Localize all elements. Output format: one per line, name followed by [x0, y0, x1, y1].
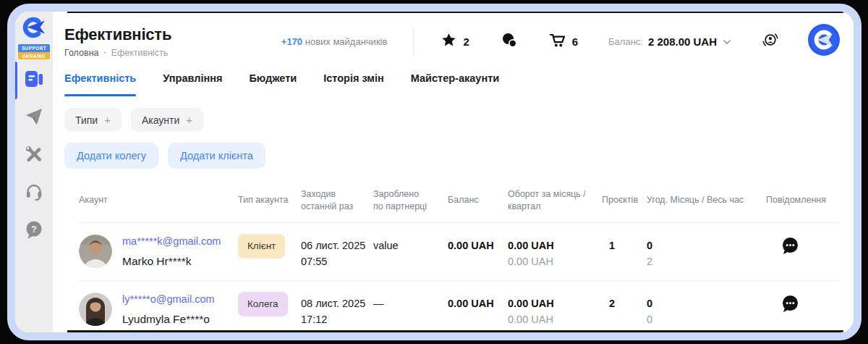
cart-count: 6: [572, 35, 578, 48]
balance-value: 2 208.00 UAH: [648, 35, 717, 48]
partner-earned-cell: value: [373, 234, 448, 254]
account-type-badge: Колега: [238, 292, 288, 316]
add-client-button[interactable]: Додати клієнта: [168, 143, 265, 169]
account-cell: ly*****o@gmail.com Lyudmyla Fe****o: [79, 292, 238, 327]
column-header-deals: Угод. Місяць / Весь час: [647, 194, 766, 206]
plus-icon: +: [186, 114, 192, 126]
table-row[interactable]: ly*****o@gmail.com Lyudmyla Fe****o Коле…: [79, 280, 839, 338]
tab-management[interactable]: Управління: [163, 72, 222, 91]
help-bubble-icon: ?: [25, 220, 43, 242]
balance-label: Баланс:: [608, 36, 643, 47]
brand-logo-round-icon: [807, 23, 841, 59]
account-email-link[interactable]: ly*****o@gmail.com: [122, 292, 215, 308]
window-top-edge: [67, 12, 843, 13]
account-identity: ma*****k@gmail.com Marko Hr****k: [122, 234, 221, 269]
sidebar-item-feed[interactable]: [15, 68, 53, 93]
column-header-account-type: Тип акаунта: [238, 194, 301, 206]
account-type-cell: Клієнт: [238, 234, 301, 259]
main-content: Ефективність Головна • Ефективність +170…: [53, 12, 854, 332]
account-type-cell: Колега: [238, 292, 301, 316]
account-type-badge: Клієнт: [238, 234, 285, 259]
tab-history[interactable]: Історія змін: [323, 72, 384, 91]
account-name: Marko Hr****k: [122, 253, 221, 269]
filter-accounts[interactable]: Акаунти +: [131, 108, 203, 132]
plus-icon: +: [104, 114, 111, 126]
chat-bubbles-icon: [501, 33, 517, 51]
page-title: Ефективність: [64, 25, 171, 44]
page-header: Ефективність Головна • Ефективність +170…: [64, 20, 841, 62]
sidebar-item-tools[interactable]: [15, 143, 53, 168]
chevron-down-icon: [722, 35, 731, 48]
avatar: [79, 293, 112, 326]
partner-earned-cell: —: [373, 292, 448, 312]
app-window: SUPPORT UKRAINE: [7, 4, 861, 340]
messages-cell: [766, 234, 839, 262]
title-block: Ефективність Головна • Ефективність: [64, 25, 171, 58]
account-broadcast-icon: [761, 30, 780, 52]
last-visit-cell: 08 лист. 2025 17:12: [301, 292, 373, 328]
account-identity: ly*****o@gmail.com Lyudmyla Fe****o: [122, 292, 215, 327]
balance-cell: 0.00 UAH: [448, 234, 508, 254]
projects-cell: 2: [602, 292, 647, 312]
headset-icon: [25, 183, 43, 204]
projects-cell: 1: [602, 234, 647, 254]
accounts-table: Акаунт Тип акаунта Заходивостанній раз З…: [79, 188, 839, 338]
balance-cell: 0.00 UAH: [448, 292, 508, 312]
sidebar-item-help[interactable]: ?: [15, 219, 53, 243]
deals-cell: 0 0: [647, 292, 766, 328]
brand-c-arrow-icon: [21, 16, 47, 43]
ribbon-ukraine: UKRAINE: [18, 52, 50, 60]
header-divider: [413, 28, 414, 54]
sidebar-nav: ?: [15, 68, 53, 256]
messages-cell: [766, 292, 839, 320]
breadcrumb-current: Ефективність: [111, 48, 169, 58]
breadcrumb: Головна • Ефективність: [64, 48, 171, 58]
ribbon-support: SUPPORT: [18, 44, 50, 52]
column-header-account: Акаунт: [79, 194, 238, 206]
table-row[interactable]: ma*****k@gmail.com Marko Hr****k Клієнт …: [79, 222, 839, 280]
profile-brand-button[interactable]: [807, 23, 841, 59]
action-bar: Додати колегу Додати клієнта: [64, 143, 841, 169]
chat-button[interactable]: [501, 33, 517, 51]
account-name: Lyudmyla Fe****o: [122, 311, 215, 327]
column-header-balance: Баланс: [448, 194, 508, 206]
account-cell: ma*****k@gmail.com Marko Hr****k: [79, 234, 238, 269]
sidebar: SUPPORT UKRAINE: [15, 12, 53, 332]
deals-cell: 0 2: [647, 234, 766, 270]
tab-bar: Ефективність Управління Бюджети Історія …: [64, 72, 841, 91]
last-visit-cell: 06 лист. 2025 07:55: [301, 234, 373, 270]
feed-icon: [23, 69, 45, 92]
turnover-cell: 0.00 UAH 0.00 UAH: [508, 292, 602, 328]
cart-button[interactable]: 6: [549, 33, 578, 51]
star-icon: [441, 33, 456, 50]
sidebar-item-messenger[interactable]: [15, 106, 53, 130]
message-bubble-icon[interactable]: [779, 235, 801, 257]
cart-icon: [549, 33, 566, 51]
new-platforms-count: +170: [281, 36, 302, 47]
account-email-link[interactable]: ma*****k@gmail.com: [122, 234, 221, 250]
balance-dropdown[interactable]: Баланс: 2 208.00 UAH: [608, 35, 731, 48]
favorites-count: 2: [463, 35, 469, 48]
breadcrumb-home-link[interactable]: Головна: [64, 48, 99, 58]
add-colleague-button[interactable]: Додати колегу: [64, 143, 158, 169]
column-header-turnover: Оборот за місяць /квартал: [508, 188, 602, 213]
tab-budgets[interactable]: Бюджети: [249, 72, 297, 91]
column-header-last-visit: Заходивостанній раз: [301, 188, 373, 213]
new-platforms-link[interactable]: +170 нових майданчиків: [281, 36, 388, 47]
account-broadcast-button[interactable]: [761, 30, 780, 52]
sidebar-item-support[interactable]: [15, 181, 53, 206]
table-header-row: Акаунт Тип акаунта Заходивостанній раз З…: [79, 188, 839, 222]
sidebar-logo[interactable]: SUPPORT UKRAINE: [17, 16, 51, 59]
filter-accounts-label: Акаунти: [142, 114, 179, 126]
filter-types[interactable]: Типи +: [64, 108, 122, 132]
filter-types-label: Типи: [75, 114, 98, 126]
window-bottom-edge: [67, 330, 843, 332]
message-bubble-icon[interactable]: [779, 293, 801, 315]
filter-bar: Типи + Акаунти +: [64, 108, 841, 132]
tools-icon: [25, 145, 43, 167]
column-header-messages: Повідомлення: [766, 194, 839, 206]
tab-efficiency[interactable]: Ефективність: [64, 72, 136, 91]
support-ukraine-ribbon: SUPPORT UKRAINE: [18, 44, 50, 59]
tab-master-accounts[interactable]: Майстер-акаунти: [411, 72, 499, 91]
favorites-button[interactable]: 2: [441, 33, 469, 50]
